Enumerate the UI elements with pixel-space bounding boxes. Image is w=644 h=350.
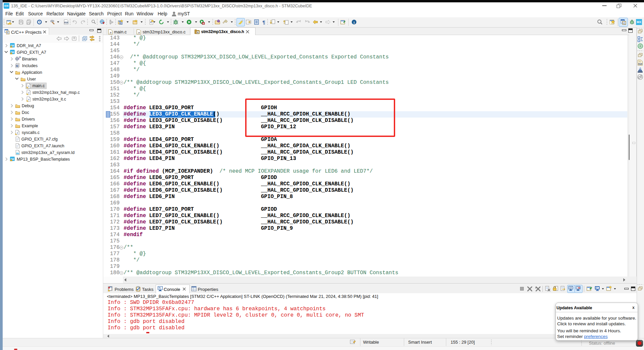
svg-text:010: 010 — [638, 63, 642, 65]
svg-text:¶: ¶ — [263, 19, 265, 25]
svg-text:C: C — [120, 22, 122, 24]
svg-text:.c: .c — [109, 31, 112, 34]
svg-text:i: i — [353, 20, 354, 24]
svg-text:h: h — [197, 31, 198, 34]
svg-text:C: C — [623, 22, 625, 25]
svg-text:.c: .c — [138, 31, 140, 34]
